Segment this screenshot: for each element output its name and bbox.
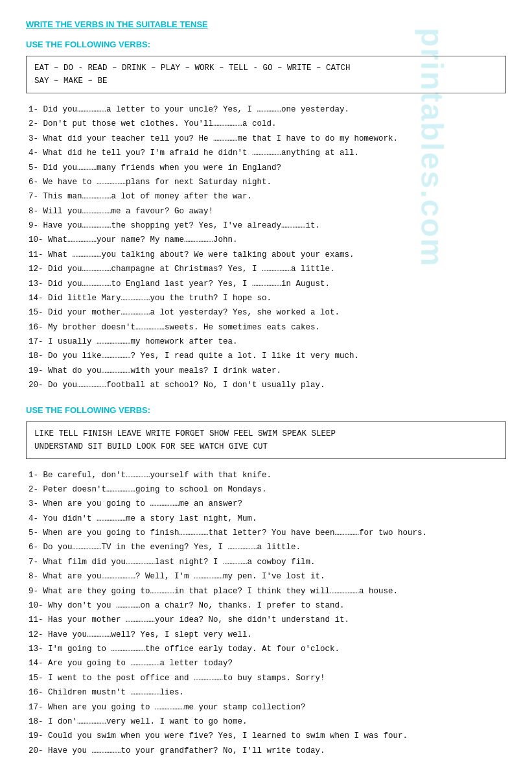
list-item: 14- Are you going to ………………a letter toda… xyxy=(26,657,506,670)
list-item: 5- Did you…………many friends when you were… xyxy=(26,162,506,174)
list-item: 19- What do you………………with your meals? I … xyxy=(26,365,506,377)
list-item: 16- My brother doesn't………………sweets. He s… xyxy=(26,322,506,334)
list-item: 18- Do you like………………? Yes, I read quite… xyxy=(26,350,506,362)
list-item: 16- Children mustn't ………………lies. xyxy=(26,687,506,699)
list-item: 7- This man………………a lot of money after th… xyxy=(26,191,506,203)
list-item: 11- Has your mother ………………your idea? No,… xyxy=(26,614,506,626)
list-item: 12- Have you……………well? Yes, I slept very… xyxy=(26,629,506,641)
list-item: 2- Don't put those wet clothes. You'll……… xyxy=(26,118,506,130)
verb-box-1: EAT – DO - READ – DRINK – PLAY – WORK – … xyxy=(26,56,506,93)
list-item: 18- I don'………………very well. I want to go … xyxy=(26,716,506,728)
section2-list: 1- Be careful, don't……………yourself with t… xyxy=(26,469,506,759)
list-item: 9- What are they going to……………in that pl… xyxy=(26,586,506,598)
section1-list: 1- Did you………………a letter to your uncle? … xyxy=(26,104,506,392)
list-item: 4- What did he tell you? I'm afraid he d… xyxy=(26,147,506,160)
list-item: 11- What ………………you talking about? We wer… xyxy=(26,249,506,261)
list-item: 6- Do you………………TV in the evening? Yes, I… xyxy=(26,541,506,554)
list-item: 12- Did you………………champagne at Christmas?… xyxy=(26,263,506,276)
list-item: 5- When are you going to finish………………tha… xyxy=(26,527,506,539)
verb-box1-line2: SAY – MAKE – BE xyxy=(34,75,498,88)
list-item: 1- Did you………………a letter to your uncle? … xyxy=(26,104,506,116)
list-item: 1- Be careful, don't……………yourself with t… xyxy=(26,469,506,482)
verb-box2-line1: LIKE TELL FINISH LEAVE WRITE FORGET SHOW… xyxy=(34,427,498,440)
verb-box1-line1: EAT – DO - READ – DRINK – PLAY – WORK – … xyxy=(34,62,498,75)
list-item: 17- When are you going to ………………me your … xyxy=(26,702,506,714)
list-item: 4- You didn't ………………me a story last nigh… xyxy=(26,513,506,525)
list-item: 17- I usually …………………my homework after t… xyxy=(26,336,506,348)
list-item: 15- I went to the post office and ………………… xyxy=(26,672,506,685)
list-item: 7- What film did you………………last night? I … xyxy=(26,556,506,569)
list-item: 6- We have to ………………plans for next Satur… xyxy=(26,176,506,189)
list-item: 10- What………………your name? My name………………Jo… xyxy=(26,234,506,246)
section1-title: USE THE FOLLOWING VERBS: xyxy=(26,40,506,49)
list-item: 3- When are you going to ………………me an ans… xyxy=(26,498,506,510)
verb-box-2: LIKE TELL FINISH LEAVE WRITE FORGET SHOW… xyxy=(26,421,506,459)
list-item: 13- I'm going to …………………the office early… xyxy=(26,643,506,656)
list-item: 14- Did little Mary………………you the truth? … xyxy=(26,292,506,305)
list-item: 15- Did your mother………………a lot yesterday… xyxy=(26,307,506,319)
list-item: 8- What are you…………………? Well, I'm ………………… xyxy=(26,571,506,583)
main-title: WRITE THE VERBS IN THE SUITABLE TENSE xyxy=(26,19,506,29)
list-item: 9- Have you………………the shopping yet? Yes, … xyxy=(26,220,506,232)
list-item: 2- Peter doesn't………………going to school on… xyxy=(26,484,506,496)
list-item: 20- Do you………………football at school? No, … xyxy=(26,379,506,392)
list-item: 19- Could you swim when you were five? Y… xyxy=(26,730,506,742)
verb-box2-line2: UNDERSTAND SIT BUILD LOOK FOR SEE WATCH … xyxy=(34,440,498,453)
list-item: 10- Why don't you ……………on a chair? No, t… xyxy=(26,600,506,612)
list-item: 3- What did your teacher tell you? He ……… xyxy=(26,133,506,145)
list-item: 20- Have you ………………to your grandfather? … xyxy=(26,745,506,757)
list-item: 8- Will you………………me a favour? Go away! xyxy=(26,206,506,218)
section2-title: USE THE FOLLOWING VERBS: xyxy=(26,405,506,415)
list-item: 13- Did you………………to England last year? Y… xyxy=(26,278,506,290)
